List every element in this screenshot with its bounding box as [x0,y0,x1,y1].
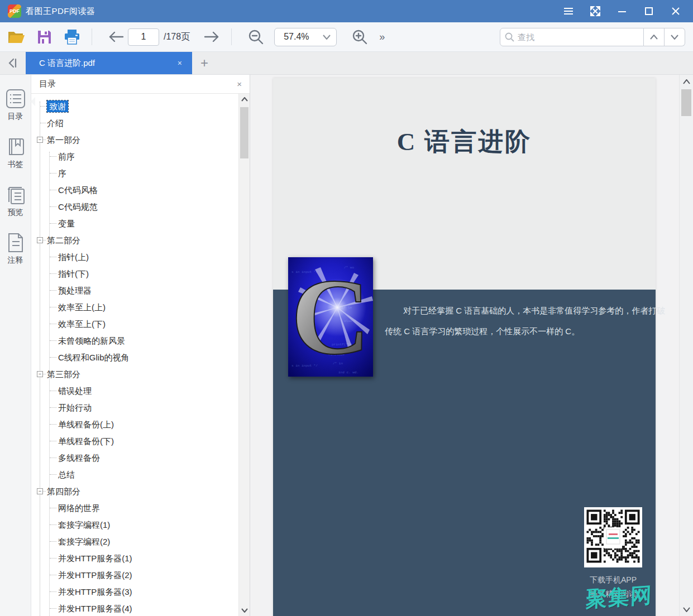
toc-item[interactable]: 效率至上(下) [31,316,238,333]
toc-item-label: 并发HTTP服务器(2) [58,570,132,580]
tab-scroll-left-icon[interactable] [0,52,26,74]
more-tools-button[interactable]: » [379,31,384,43]
toc-item[interactable]: 序 [31,165,238,182]
scroll-down-icon[interactable] [239,605,250,616]
toc-item-label: 指针(上) [58,252,89,262]
collapse-toggle-icon[interactable]: − [37,371,43,377]
toc-item[interactable]: −第三部分 [31,366,238,383]
sidebar-item-preview[interactable]: 预览 [5,184,26,218]
scrollbar-thumb[interactable] [240,107,248,158]
zoom-out-button[interactable] [244,26,267,47]
side-rail: 目录 书签 预览 注释 [0,75,31,616]
zoom-level-value: 57.4% [284,32,309,42]
save-button[interactable] [32,26,56,47]
toc-item[interactable]: 指针(上) [31,249,238,266]
toc-item[interactable]: 变量 [31,215,238,232]
pdf-page: C 语言进阶 [273,78,656,616]
toc-item-label: 开始行动 [58,403,92,412]
toc-item[interactable]: 多线程备份 [31,450,238,466]
new-tab-button[interactable]: + [192,52,217,74]
toc-item-label: 并发HTTP服务器(4) [58,604,132,613]
toc-item[interactable]: 套接字编程(2) [31,533,238,550]
toc-item-label: 多线程备份 [58,453,100,463]
sidebar-item-annotations[interactable]: 注释 [5,232,26,266]
toc-item-label: 第四部分 [47,487,80,496]
print-button[interactable] [60,26,84,47]
toc-item[interactable]: C线程和Glib的视角 [31,349,238,366]
toc-item[interactable]: 网络的世界 [31,500,238,517]
toc-item[interactable]: 并发HTTP服务器(4) [31,600,238,616]
scroll-down-icon[interactable] [680,604,693,615]
toc-item-label: 效率至上(上) [58,302,106,312]
document-scrollbar[interactable] [679,75,693,616]
panel-pointer [31,97,35,106]
toc-item[interactable]: 并发HTTP服务器(3) [31,584,238,600]
toc-item-label: 第二部分 [47,235,80,245]
toc-item-label: 预处理器 [58,286,92,295]
scroll-up-icon[interactable] [680,76,693,87]
zoom-in-button[interactable] [348,26,371,47]
search-next-button[interactable] [665,28,685,46]
toc-item-label: 并发HTTP服务器(1) [58,554,132,563]
toc-scrollbar[interactable] [238,94,250,616]
toc-item[interactable]: 指针(下) [31,266,238,282]
scroll-up-icon[interactable] [239,94,250,105]
search-box [500,28,644,46]
sidebar-item-label: 目录 [8,112,23,122]
search-input[interactable] [518,32,639,42]
sidebar-item-toc[interactable]: 目录 [5,88,26,122]
fullscreen-icon[interactable] [586,3,605,19]
toc-item-label: 指针(下) [58,269,89,278]
toc-item[interactable]: −第四部分 [31,483,238,500]
toc-item[interactable]: 前序 [31,148,238,165]
tab-close-icon[interactable]: × [174,57,185,69]
toc-item[interactable]: 预处理器 [31,282,238,299]
toc-item-label: 前序 [58,152,75,161]
pdf-reader-window: PDF 看图王PDF阅读器 [0,0,693,616]
toc-item-label: 变量 [58,219,75,228]
toc-item[interactable]: −第二部分 [31,232,238,249]
toc-item-label: 介绍 [47,118,64,128]
toc-item-label: 致谢 [47,100,68,112]
toc-item[interactable]: 未曾领略的新风景 [31,333,238,349]
menu-icon[interactable] [559,3,578,19]
maximize-button[interactable] [639,3,658,19]
sidebar-item-bookmarks[interactable]: 书签 [5,136,26,170]
book-blurb: 对于已经掌握 C 语言基础的人，本书是非常值得学习参考的，作者打破 传统 C 语… [385,300,648,341]
toc-item[interactable]: 套接字编程(1) [31,517,238,533]
collapse-toggle-icon[interactable]: − [37,137,43,143]
toc-item[interactable]: 单线程备份(下) [31,433,238,450]
toc-item[interactable]: 效率至上(上) [31,299,238,316]
close-button[interactable] [666,3,685,19]
document-viewport[interactable]: C 语言进阶 [250,75,693,616]
collapse-toggle-icon[interactable]: − [37,488,43,494]
toc-item[interactable]: 单线程备份(上) [31,416,238,433]
next-page-button[interactable] [200,26,223,47]
toc-item[interactable]: C代码风格 [31,182,238,199]
previous-page-button[interactable] [104,26,128,47]
toc-item[interactable]: 介绍 [31,115,238,132]
toc-item[interactable]: 错误处理 [31,383,238,400]
app-logo-icon: PDF [8,4,21,18]
tab-active-document[interactable]: C 语言进阶.pdf × [26,52,192,74]
toc-item[interactable]: −第一部分 [31,132,238,148]
page-number-input[interactable] [128,28,159,46]
toc-close-icon[interactable]: × [237,79,242,89]
toolbar-separator [231,28,232,45]
toc-item[interactable]: C代码规范 [31,199,238,215]
scrollbar-thumb[interactable] [681,89,691,116]
search-group [500,28,685,46]
minimize-button[interactable] [613,3,632,19]
toc-item[interactable]: 并发HTTP服务器(1) [31,550,238,567]
tab-label: C 语言进阶.pdf [39,58,95,69]
search-previous-button[interactable] [644,28,665,46]
toc-item[interactable]: 开始行动 [31,400,238,416]
toc-item[interactable]: 总结 [31,466,238,483]
open-file-button[interactable] [4,26,28,47]
zoom-level-select[interactable]: 57.4% [274,28,337,46]
collapse-toggle-icon[interactable]: − [37,237,43,243]
toc-item[interactable]: 致谢 [31,98,238,115]
toc-tree: 致谢介绍−第一部分前序序C代码风格C代码规范变量−第二部分指针(上)指针(下)预… [31,94,238,616]
toc-item[interactable]: 并发HTTP服务器(2) [31,567,238,584]
toc-panel: 目录 × 致谢介绍−第一部分前序序C代码风格C代码规范变量−第二部分指针(上)指… [31,75,250,616]
